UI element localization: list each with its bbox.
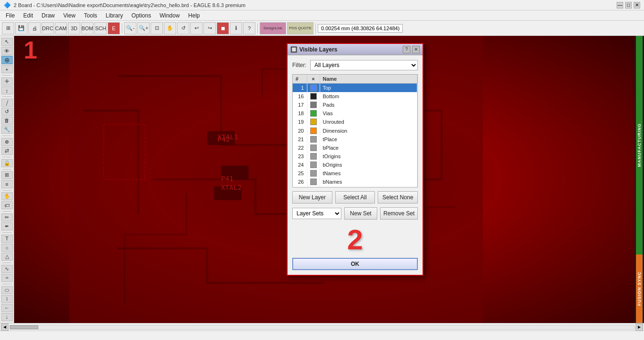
menu-library[interactable]: Library	[102, 11, 127, 20]
table-row[interactable]: 21tPlace	[293, 135, 417, 144]
table-row[interactable]: 1Top	[293, 84, 417, 93]
lt-left-btn[interactable]: ←	[1, 304, 13, 312]
lt-line-btn[interactable]: ⧸	[1, 99, 13, 107]
toolbar-pan-btn[interactable]: ✋	[164, 22, 176, 34]
dialog-titlebar[interactable]: 🔲 Visible Layers ? ✕	[288, 44, 423, 55]
toolbar-stop-btn[interactable]: ⏹	[217, 22, 229, 34]
table-row[interactable]: 23tOrigins	[293, 152, 417, 161]
lt-down-btn[interactable]: ↓	[1, 313, 13, 321]
canvas-area[interactable]: P42 XTAL1 P41 XTAL2 1 �	[14, 36, 635, 323]
lt-move-btn[interactable]: ⊕	[1, 56, 13, 64]
maximize-button[interactable]: □	[625, 2, 632, 8]
toolbar-pos-btn[interactable]: POS QUOTE	[287, 22, 314, 34]
menu-file[interactable]: File	[2, 11, 18, 20]
fusion-sync-tab[interactable]: FUSION SYNC	[636, 255, 643, 323]
lt-plus-btn[interactable]: +	[1, 65, 13, 73]
layer-sets-dropdown[interactable]: Layer Sets	[292, 208, 341, 219]
layer-color-cell	[307, 135, 320, 144]
table-row[interactable]: 19Unrouted	[293, 118, 417, 126]
minimize-button[interactable]: —	[617, 2, 623, 8]
lt-text-btn[interactable]: T	[1, 235, 13, 243]
lt-cross-btn[interactable]: ✛	[1, 77, 13, 85]
table-row[interactable]: 27tValues	[293, 186, 417, 187]
lt-delete-btn[interactable]: 🗑	[1, 117, 13, 125]
table-row[interactable]: 25tNames	[293, 169, 417, 178]
dialog-close-btn[interactable]: ✕	[412, 46, 420, 53]
lt-addpart-btn[interactable]: ⊕	[1, 138, 13, 146]
lt-select-btn[interactable]: ↖	[1, 38, 13, 46]
toolbar-refresh-btn[interactable]: ↺	[177, 22, 189, 34]
lt-poly-btn[interactable]: △	[1, 253, 13, 261]
lt-pencil2-btn[interactable]: ✒	[1, 222, 13, 230]
menu-window[interactable]: Window	[156, 11, 184, 20]
toolbar-zoom-in-btn[interactable]: 🔍+	[137, 22, 150, 34]
toolbar-zoom-fit-btn[interactable]: ⊡	[151, 22, 163, 34]
new-set-button[interactable]: New Set	[344, 207, 377, 220]
table-row[interactable]: 24bOrigins	[293, 161, 417, 169]
titlebar-controls[interactable]: — □ ✕	[617, 2, 640, 8]
toolbar-bom-btn[interactable]: BOM	[81, 22, 93, 34]
menu-tools[interactable]: Tools	[80, 11, 101, 20]
table-row[interactable]: 20Dimension	[293, 126, 417, 135]
lt-swap-btn[interactable]: ⇄	[1, 147, 13, 155]
lt-sep4	[2, 157, 12, 157]
toolbar-undo-btn[interactable]: ↩	[190, 22, 203, 34]
toolbar-print-btn[interactable]: 🖨	[28, 22, 41, 34]
close-button[interactable]: ✕	[634, 2, 640, 8]
dialog-title-buttons[interactable]: ? ✕	[403, 46, 420, 53]
toolbar-cam-btn[interactable]: CAM	[55, 22, 67, 34]
scroll-left-btn[interactable]: ◀	[1, 323, 8, 331]
toolbar-design-btn[interactable]: DesignLink	[260, 22, 286, 34]
new-layer-button[interactable]: New Layer	[292, 191, 332, 204]
dialog-icon: 🔲	[290, 46, 297, 53]
toolbar-zoom-out-btn[interactable]: 🔍-	[124, 22, 136, 34]
toolbar-drc-btn[interactable]: DRC	[42, 22, 54, 34]
manufacturing-tab[interactable]: MANUFACTURING	[636, 36, 643, 255]
select-none-button[interactable]: Select None	[378, 191, 418, 204]
lt-wave-btn[interactable]: ∿	[1, 265, 13, 273]
layer-table-container[interactable]: # × Name 1Top16Bottom17Pads18Vias19Unrou…	[292, 74, 418, 187]
toolbar-redo-btn[interactable]: ↪	[203, 22, 216, 34]
scroll-thumb[interactable]	[10, 325, 38, 329]
lt-grid2-btn[interactable]: ⊞	[1, 171, 13, 179]
menu-draw[interactable]: Draw	[38, 11, 59, 20]
lt-move2-btn[interactable]: ↕	[1, 86, 13, 94]
menu-view[interactable]: View	[59, 11, 79, 20]
table-row[interactable]: 16Bottom	[293, 92, 417, 101]
lt-arc-btn[interactable]: ↺	[1, 108, 13, 116]
select-all-button[interactable]: Select All	[335, 191, 375, 204]
table-row[interactable]: 18Vias	[293, 109, 417, 118]
lt-dots-btn[interactable]: ⁞	[1, 295, 13, 303]
toolbar-grid-btn[interactable]: ⊞	[2, 22, 14, 34]
lt-pencil-btn[interactable]: ✏	[1, 213, 13, 221]
scroll-right-btn[interactable]: ▶	[636, 323, 643, 331]
lt-circle-btn[interactable]: ○	[1, 244, 13, 252]
h-scrollbar[interactable]: ◀ ▶	[0, 323, 644, 331]
table-row[interactable]: 26bNames	[293, 178, 417, 186]
table-row[interactable]: 17Pads	[293, 101, 417, 109]
dialog-help-btn[interactable]: ?	[403, 46, 410, 53]
lt-wave2-btn[interactable]: ≈	[1, 274, 13, 282]
lt-tag-btn[interactable]: 🏷	[1, 201, 13, 209]
table-row[interactable]: 22bPlace	[293, 144, 417, 152]
filter-dropdown[interactable]: All Layers Used Layers Copper Layers	[310, 60, 418, 70]
lt-cylinder-btn[interactable]: ⬭	[1, 286, 13, 294]
toolbar-sch-btn[interactable]: SCH	[94, 22, 107, 34]
lt-layers-btn[interactable]: ≡	[1, 180, 13, 188]
ok-button[interactable]: OK	[292, 258, 418, 270]
toolbar-help-btn[interactable]: ?	[243, 22, 255, 34]
remove-set-button[interactable]: Remove Set	[380, 207, 418, 220]
menu-options[interactable]: Options	[128, 11, 155, 20]
scroll-track[interactable]	[9, 325, 635, 330]
layer-table-body[interactable]: 1Top16Bottom17Pads18Vias19Unrouted20Dime…	[293, 84, 417, 188]
lt-lock-btn[interactable]: 🔒	[1, 159, 13, 167]
menu-edit[interactable]: Edit	[19, 11, 37, 20]
toolbar-3d-btn[interactable]: 3D	[68, 22, 80, 34]
lt-pan2-btn[interactable]: ✋	[1, 192, 13, 200]
toolbar-save-btn[interactable]: 💾	[15, 22, 27, 34]
toolbar-eagle-btn[interactable]: E	[108, 22, 120, 34]
menu-help[interactable]: Help	[185, 11, 204, 20]
toolbar-info-btn[interactable]: ℹ	[230, 22, 242, 34]
lt-wrench-btn[interactable]: 🔧	[1, 126, 13, 134]
lt-eye-btn[interactable]: 👁	[1, 47, 13, 55]
